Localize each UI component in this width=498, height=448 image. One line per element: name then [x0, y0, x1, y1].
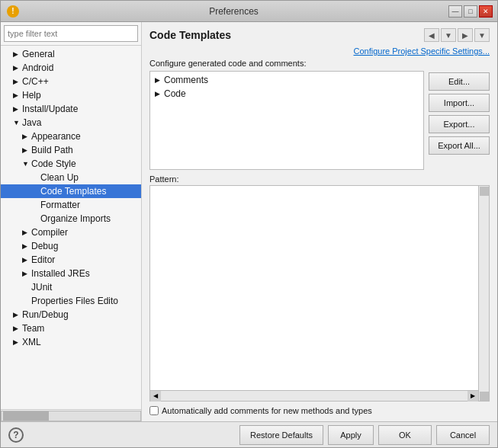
sidebar-item-android[interactable]: ▶ Android — [1, 61, 141, 75]
item-label: Comments — [164, 75, 208, 85]
sidebar-item-label: Debug — [31, 241, 58, 251]
sidebar-item-clean-up[interactable]: Clean Up — [1, 171, 141, 184]
expand-icon: ▶ — [22, 270, 30, 277]
search-input[interactable] — [4, 25, 138, 42]
scroll-right-arrow[interactable]: ▶ — [467, 391, 478, 402]
expand-icon: ▶ — [13, 105, 21, 113]
pattern-editor[interactable]: ◀ ▶ — [149, 185, 490, 402]
sidebar-item-general[interactable]: ▶ General — [1, 47, 141, 61]
expand-icon: ▶ — [13, 91, 21, 99]
sidebar-item-debug[interactable]: ▶ Debug — [1, 239, 141, 253]
sidebar-item-code-templates[interactable]: Code Templates — [1, 184, 141, 198]
cancel-button[interactable]: Cancel — [436, 425, 490, 445]
navigation-buttons: ◀ ▼ ▶ ▼ — [424, 28, 490, 42]
sidebar-item-label: Clean Up — [40, 172, 79, 183]
expand-icon: ▶ — [13, 78, 21, 85]
expand-icon: ▶ — [155, 90, 162, 98]
titlebar: ! Preferences — □ ✕ — [1, 1, 497, 22]
apply-button[interactable]: Apply — [328, 425, 374, 445]
auto-comments-checkbox[interactable] — [149, 406, 159, 415]
sidebar-item-label: Run/Debug — [22, 309, 69, 320]
search-box — [1, 22, 141, 46]
scroll-left-arrow[interactable]: ◀ — [150, 391, 161, 402]
config-description: Configure generated code and comments: — [149, 59, 490, 68]
expand-icon — [31, 174, 39, 181]
sidebar-item-appearance[interactable]: ▶ Appearance — [1, 130, 141, 143]
sidebar-item-junit[interactable]: JUnit — [1, 280, 141, 294]
bottom-bar: ? Restore Defaults Apply OK Cancel — [1, 421, 497, 447]
import-button[interactable]: Import... — [429, 94, 490, 112]
sidebar-item-organize-imports[interactable]: Organize Imports — [1, 212, 141, 226]
sidebar-item-label: Code Style — [31, 158, 76, 169]
sidebar-item-cpp[interactable]: ▶ C/C++ — [1, 75, 141, 88]
sidebar-item-label: C/C++ — [22, 76, 49, 87]
pattern-label: Pattern: — [149, 174, 490, 184]
nav-menu[interactable]: ▼ — [474, 28, 490, 42]
tree-area: ▶ General ▶ Android ▶ C/C++ ▶ Help ▶ I — [1, 46, 141, 409]
minimize-button[interactable]: — — [448, 5, 462, 18]
configure-project-link[interactable]: Configure Project Specific Settings... — [149, 46, 490, 56]
close-button[interactable]: ✕ — [479, 5, 493, 18]
export-all-button[interactable]: Export All... — [429, 136, 490, 155]
nav-dropdown[interactable]: ▼ — [441, 28, 456, 42]
expand-icon: ▼ — [22, 160, 30, 168]
sidebar-item-installed-jres[interactable]: ▶ Installed JREs — [1, 267, 141, 280]
sidebar-item-label: Install/Update — [22, 104, 78, 114]
preferences-window: ! Preferences — □ ✕ ▶ General ▶ Andro — [0, 0, 498, 448]
sidebar-item-label: Formatter — [40, 200, 80, 210]
expand-icon: ▶ — [13, 50, 21, 58]
vertical-scrollbar[interactable] — [478, 186, 489, 401]
sidebar-item-label: General — [22, 49, 55, 59]
back-button[interactable]: ◀ — [424, 28, 439, 42]
expand-icon: ▶ — [22, 146, 30, 154]
content-area: ▶ General ▶ Android ▶ C/C++ ▶ Help ▶ I — [1, 22, 497, 421]
bottom-controls: Automatically add comments for new metho… — [149, 406, 490, 415]
expand-icon: ▶ — [22, 133, 30, 140]
expand-icon — [31, 187, 39, 195]
list-item[interactable]: ▶ Comments — [152, 73, 422, 87]
sidebar-item-label: Team — [22, 323, 44, 334]
sidebar-item-label: Editor — [31, 254, 55, 265]
sidebar-item-editor[interactable]: ▶ Editor — [1, 253, 141, 267]
sidebar-item-properties-files-editor[interactable]: Properties Files Edito — [1, 294, 141, 308]
templates-tree[interactable]: ▶ Comments ▶ Code — [149, 71, 424, 170]
forward-button[interactable]: ▶ — [458, 28, 473, 42]
auto-comments-checkbox-label: Automatically add comments for new metho… — [149, 406, 372, 415]
sidebar-item-label: XML — [22, 337, 41, 347]
export-button[interactable]: Export... — [429, 115, 490, 133]
expand-icon: ▶ — [13, 64, 21, 72]
sidebar-item-compiler[interactable]: ▶ Compiler — [1, 226, 141, 239]
sidebar-item-team[interactable]: ▶ Team — [1, 322, 141, 335]
expand-icon: ▼ — [13, 119, 21, 126]
window-title: Preferences — [19, 6, 448, 17]
ok-button[interactable]: OK — [378, 425, 432, 445]
sidebar-item-run-debug[interactable]: ▶ Run/Debug — [1, 308, 141, 322]
auto-comments-label: Automatically add comments for new metho… — [162, 406, 372, 415]
sidebar-item-label: Organize Imports — [40, 213, 111, 224]
horizontal-scrollbar[interactable] — [1, 409, 141, 421]
sidebar-item-install-update[interactable]: ▶ Install/Update — [1, 102, 141, 116]
sidebar-item-xml[interactable]: ▶ XML — [1, 335, 141, 349]
restore-defaults-button[interactable]: Restore Defaults — [239, 425, 323, 445]
action-buttons: Restore Defaults Apply OK Cancel — [239, 425, 490, 445]
sidebar-item-label: Java — [22, 117, 41, 128]
expand-icon: ▶ — [13, 338, 21, 346]
sidebar-item-formatter[interactable]: Formatter — [1, 198, 141, 212]
edit-button[interactable]: Edit... — [429, 72, 490, 91]
help-button[interactable]: ? — [8, 427, 24, 443]
expand-icon: ▶ — [155, 76, 162, 84]
app-icon: ! — [7, 5, 19, 18]
sidebar-item-build-path[interactable]: ▶ Build Path — [1, 143, 141, 157]
sidebar-item-label: Android — [22, 62, 53, 73]
sidebar-item-label: Appearance — [31, 131, 81, 142]
sidebar-item-code-style[interactable]: ▼ Code Style — [1, 157, 141, 171]
expand-icon — [22, 297, 30, 305]
list-item[interactable]: ▶ Code — [152, 87, 422, 101]
horizontal-scrollbar[interactable]: ◀ ▶ — [150, 390, 478, 401]
expand-icon: ▶ — [22, 242, 30, 250]
maximize-button[interactable]: □ — [464, 5, 477, 18]
sidebar-item-label: JUnit — [31, 282, 52, 293]
sidebar-item-help[interactable]: ▶ Help — [1, 88, 141, 102]
window-controls: — □ ✕ — [448, 5, 493, 18]
sidebar-item-java[interactable]: ▼ Java — [1, 116, 141, 130]
